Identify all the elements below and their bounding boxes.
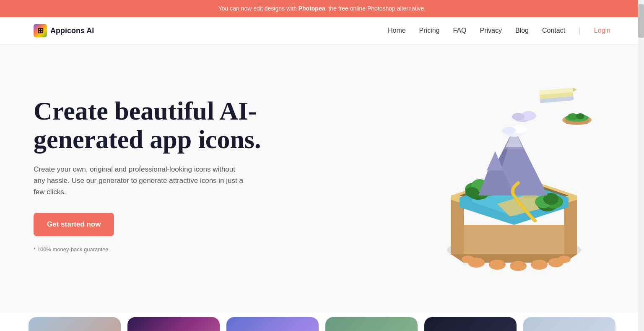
svg-marker-2 (573, 87, 577, 92)
hero-section: Create beautiful AI-generated app icons.… (0, 44, 644, 313)
gallery-item-2 (127, 317, 220, 331)
island-svg (413, 78, 615, 279)
nav-login[interactable]: Login (594, 27, 610, 34)
logo-icon: ⊞ (34, 24, 47, 37)
cta-button[interactable]: Get started now (34, 213, 114, 236)
nav-divider: | (579, 26, 581, 35)
gallery-item-4 (325, 317, 418, 331)
svg-point-10 (489, 260, 506, 270)
logo-link[interactable]: ⊞ Appicons AI (34, 24, 94, 37)
banner-text-before: You can now edit designs with (218, 5, 299, 12)
nav-pricing[interactable]: Pricing (419, 27, 440, 34)
nav-blog[interactable]: Blog (515, 27, 529, 34)
banner-highlight: Photopea (299, 5, 325, 12)
navigation: ⊞ Appicons AI Home Pricing FAQ Privacy B… (0, 17, 644, 44)
gallery-item-3 (226, 317, 319, 331)
svg-point-39 (502, 127, 516, 134)
hero-subtitle: Create your own, original and profession… (34, 164, 243, 198)
nav-privacy[interactable]: Privacy (480, 27, 502, 34)
nav-links: Home Pricing FAQ Privacy Blog Contact | … (388, 26, 610, 35)
guarantee-text: * 100% money-back guarantee (34, 246, 277, 253)
svg-point-14 (462, 255, 474, 263)
gallery-item-6 (523, 317, 615, 331)
hero-title: Create beautiful AI-generated app icons. (34, 96, 277, 154)
svg-point-15 (558, 255, 571, 263)
scrollbar[interactable] (638, 0, 644, 331)
logo-text: Appicons AI (50, 26, 94, 35)
hero-illustration (409, 74, 619, 284)
island-3d (409, 74, 619, 284)
gallery-item-5 (424, 317, 517, 331)
svg-point-42 (512, 113, 525, 120)
svg-point-26 (465, 187, 479, 197)
nav-home[interactable]: Home (388, 27, 406, 34)
gallery-strip (0, 313, 644, 331)
announcement-banner: You can now edit designs with Photopea, … (0, 0, 644, 17)
nav-faq[interactable]: FAQ (453, 27, 467, 34)
svg-point-47 (576, 113, 584, 119)
svg-marker-5 (451, 225, 577, 254)
gallery-item-1 (29, 317, 121, 331)
svg-point-12 (531, 260, 548, 270)
scrollbar-thumb[interactable] (638, 4, 644, 38)
hero-content: Create beautiful AI-generated app icons.… (34, 96, 277, 253)
nav-contact[interactable]: Contact (542, 27, 565, 34)
banner-text-after: , the free online Photoshop alternative. (325, 5, 426, 12)
svg-point-11 (510, 261, 527, 271)
